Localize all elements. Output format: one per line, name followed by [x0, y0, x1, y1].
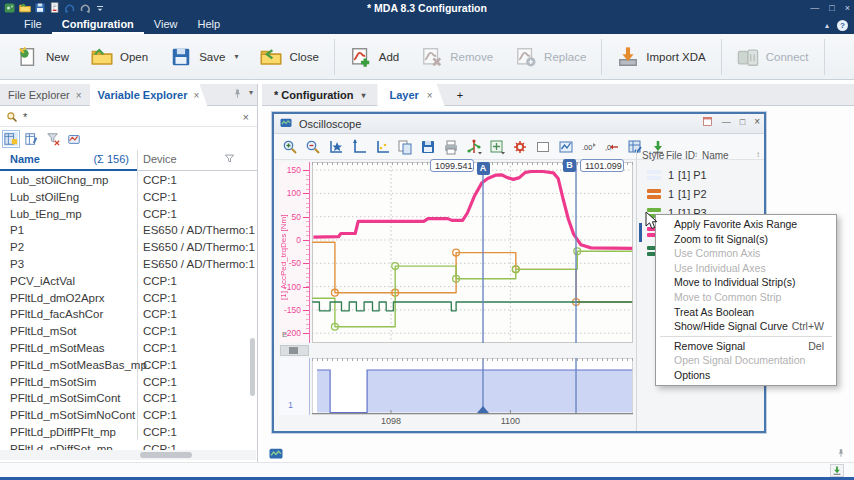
axis-y-icon[interactable]	[351, 139, 367, 155]
menu-item-zoom-to-fit-signal-s[interactable]: Zoom to fit Signal(s)	[656, 232, 836, 247]
oscilloscope-taskbar-icon[interactable]	[268, 448, 284, 461]
legend-column-style[interactable]: Style	[642, 150, 664, 161]
table-row[interactable]: PFltLd_mSotSimCCP:1	[0, 374, 256, 391]
menu-item-show-hide-signal-curve[interactable]: Show/Hide Signal CurveCtrl+W	[656, 319, 836, 334]
window-minimize-button[interactable]: —	[810, 0, 819, 16]
axis-scrollbar[interactable]	[280, 345, 309, 356]
redo-icon[interactable]	[79, 2, 91, 14]
tab-list-caret-icon[interactable]: ▾	[249, 88, 253, 99]
menu-item-move-to-individual-strip-s[interactable]: Move to Individual Strip(s)	[656, 275, 836, 290]
open-button[interactable]: Open	[80, 37, 159, 77]
vertical-scrollbar[interactable]	[250, 338, 255, 396]
tab-configuration[interactable]: * Configuration▾	[262, 84, 377, 106]
menu-item-apply-favorite-axis-range[interactable]: Apply Favorite Axis Range	[656, 217, 836, 232]
bottom-strip-plot[interactable]	[312, 358, 633, 415]
export-doc-icon[interactable]	[49, 2, 61, 14]
sort-icon[interactable]: ↕	[694, 150, 698, 159]
table-row[interactable]: PCV_iActValCCP:1	[0, 273, 256, 290]
filter-icon[interactable]	[224, 153, 235, 164]
ribbon-collapse-icon[interactable]: ▴	[825, 21, 829, 30]
table-row[interactable]: PFltLd_mSotSimNoContCCP:1	[0, 407, 256, 424]
tab-layer[interactable]: Layer×	[377, 84, 444, 106]
open-folder-icon[interactable]	[19, 2, 31, 14]
qat-caret-icon[interactable]	[94, 2, 106, 14]
settings-gear-icon[interactable]	[512, 139, 528, 155]
oscilloscope-close-button[interactable]: ×	[754, 116, 760, 127]
menu-help[interactable]: Help	[188, 16, 231, 34]
table-row[interactable]: PFltLd_mSotMeasBas_mpCCP:1	[0, 357, 256, 374]
menu-view[interactable]: View	[144, 16, 188, 34]
zoom-fit-icon[interactable]	[328, 139, 344, 155]
window-close-button[interactable]: ×	[845, 0, 850, 16]
close-button[interactable]: Close	[249, 37, 329, 77]
tab-close-icon[interactable]: ×	[427, 85, 433, 106]
sort-icon[interactable]: ↕	[756, 150, 760, 159]
signal-row[interactable]: 1[1] P1	[274, 166, 764, 185]
signal-tree-icon[interactable]	[466, 139, 482, 155]
tab-[interactable]: +	[445, 84, 475, 106]
edit-variables-icon[interactable]	[25, 132, 39, 146]
menu-configuration[interactable]: Configuration	[52, 16, 144, 34]
float-window-icon[interactable]	[702, 116, 713, 127]
save-floppy-icon[interactable]	[34, 2, 46, 14]
search-input[interactable]	[23, 111, 238, 123]
rect-select-icon[interactable]	[535, 139, 551, 155]
signal-style-swatch[interactable]	[647, 189, 661, 199]
zoom-out-icon[interactable]	[305, 139, 321, 155]
decimals-icon[interactable]: .00	[581, 139, 597, 155]
table-row[interactable]: Lub_stOilChng_mpCCP:1	[0, 172, 256, 189]
table-row[interactable]: P2ES650 / AD/Thermo:1	[0, 239, 256, 256]
device-column-header[interactable]: Device	[143, 153, 177, 165]
oscilloscope-maximize-button[interactable]: □	[740, 117, 745, 127]
table-check-icon[interactable]	[627, 139, 643, 155]
window-maximize-button[interactable]: □	[829, 0, 834, 16]
marker-icon[interactable]: ,0	[604, 139, 620, 155]
menu-file[interactable]: File	[14, 16, 52, 34]
table-row[interactable]: Lub_stOilEngCCP:1	[0, 189, 256, 206]
oscilloscope-minimize-button[interactable]: —	[722, 117, 731, 127]
legend-column-name[interactable]: Name	[702, 150, 729, 161]
table-row[interactable]: PFltLd_mSotCCP:1	[0, 323, 256, 340]
oscilloscope-title-bar[interactable]: Oscilloscope	[274, 114, 764, 134]
add-variables-icon[interactable]	[4, 132, 18, 146]
table-row[interactable]: P3ES650 / AD/Thermo:1	[0, 256, 256, 273]
table-row[interactable]: PFltLd_dmO2AprxCCP:1	[0, 290, 256, 307]
table-row[interactable]: P1ES650 / AD/Thermo:1	[0, 222, 256, 239]
bottom-strip-axis[interactable]: 1	[279, 358, 310, 415]
table-row[interactable]: PFltLd_pDiffPFlt_mpCCP:1	[0, 424, 256, 441]
table-row[interactable]: PFltLd_mSotMeasCCP:1	[0, 340, 256, 357]
save-floppy-icon[interactable]	[420, 139, 436, 155]
help-icon[interactable]: ?	[837, 20, 848, 31]
horizontal-scrollbar-track[interactable]	[0, 450, 256, 460]
export-status-icon[interactable]	[830, 464, 844, 477]
print-icon[interactable]	[443, 139, 459, 155]
tab-variable-explorer[interactable]: Variable Explorer×	[90, 84, 208, 106]
search-clear-icon[interactable]: ×	[243, 111, 251, 123]
table-row[interactable]: Lub_tEng_mpCCP:1	[0, 206, 256, 223]
app-logo-icon[interactable]	[4, 2, 16, 14]
menu-item-options[interactable]: Options	[656, 368, 836, 383]
scope-mini-icon[interactable]	[67, 132, 81, 146]
table-row[interactable]: PFltLd_facAshCorCCP:1	[0, 306, 256, 323]
filter-remove-icon[interactable]	[46, 132, 60, 146]
menu-item-remove-signal[interactable]: Remove SignalDel	[656, 339, 836, 354]
signal-row[interactable]: 1[1] P2	[274, 185, 764, 204]
legend-column-file-id[interactable]: File ID	[666, 150, 695, 161]
horizontal-scrollbar-thumb[interactable]	[140, 452, 192, 458]
save-button[interactable]: Save▾	[159, 37, 249, 77]
undo-icon[interactable]	[64, 2, 76, 14]
tab-file-explorer[interactable]: File Explorer×	[0, 84, 90, 106]
table-row[interactable]: PFltLd_mSotSimContCCP:1	[0, 390, 256, 407]
zoom-in-icon[interactable]	[282, 139, 298, 155]
chart-box-icon[interactable]	[558, 139, 574, 155]
fit-view-icon[interactable]	[489, 139, 505, 155]
pin-icon[interactable]	[232, 88, 243, 99]
menu-item-treat-as-boolean[interactable]: Treat As Boolean	[656, 305, 836, 320]
axis-xy-icon[interactable]	[374, 139, 390, 155]
signal-style-swatch[interactable]	[647, 170, 661, 180]
tab-close-icon[interactable]: ×	[193, 85, 199, 106]
name-column-header[interactable]: Name	[10, 153, 40, 165]
tab-close-icon[interactable]: ×	[76, 85, 82, 106]
copy-icon[interactable]	[397, 139, 413, 155]
import-xda-button[interactable]: Import XDA	[606, 37, 716, 77]
